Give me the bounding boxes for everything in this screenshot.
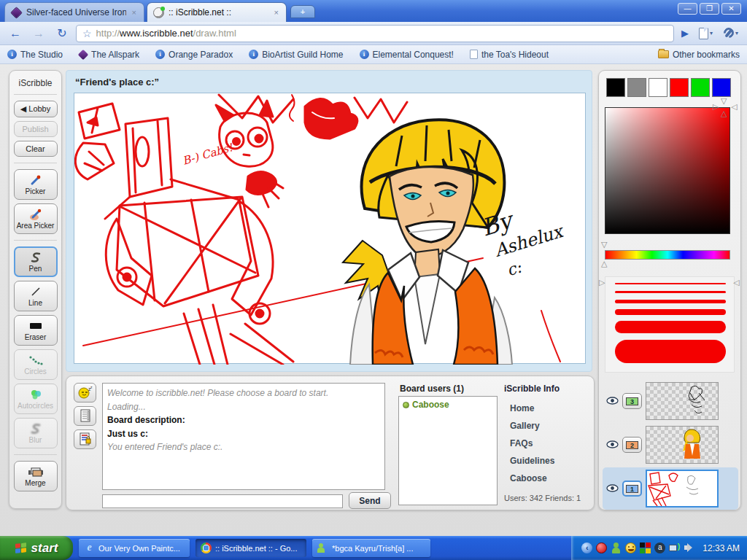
drawing-canvas[interactable]: B-) Cabs! (74, 93, 586, 364)
hue-slider[interactable] (605, 250, 730, 260)
tool-picker-button[interactable]: Picker (14, 169, 58, 200)
swatch-red[interactable] (670, 78, 689, 97)
volume-icon[interactable] (684, 542, 694, 553)
clear-button[interactable]: Clear (14, 141, 58, 157)
new-tab-button[interactable]: + (290, 5, 315, 18)
layer-select-button[interactable]: 2 (622, 437, 642, 453)
sv-marker-bottom-icon[interactable]: △ (721, 109, 727, 117)
send-button[interactable]: Send (349, 492, 391, 509)
chat-log[interactable]: Welcome to iscribble.net! Please choose … (102, 383, 385, 490)
brush-size-picker (605, 276, 735, 373)
tab-iscribble[interactable]: :: iScribble.net :: × (147, 2, 287, 22)
back-button[interactable]: ← (6, 25, 25, 42)
bookmark-item-toas-hideout[interactable]: the Toa's Hideout (470, 50, 549, 60)
layer-select-button[interactable]: 3 (622, 393, 642, 409)
game-squares-icon[interactable] (640, 542, 651, 553)
tab-silver-faced[interactable]: Silver-faced Universe Ironh... × (4, 2, 144, 22)
layer-visibility-eye-icon[interactable] (606, 397, 619, 406)
sv-marker-left-icon[interactable]: ▷ (713, 103, 719, 111)
bookmark-star-icon[interactable]: ☆ (82, 28, 92, 39)
go-button[interactable]: ▶ (678, 28, 692, 39)
info-link-gallery[interactable]: Gallery (510, 421, 540, 431)
hue-marker-bottom-icon[interactable]: △ (601, 260, 607, 268)
sv-marker-right-icon[interactable]: ◁ (731, 103, 737, 111)
swatch-gray[interactable] (627, 78, 646, 97)
lobby-button[interactable]: ◀ Lobby (14, 101, 58, 117)
tab-close-icon[interactable]: × (131, 8, 138, 17)
bookmark-item-elemental-conquest[interactable]: Elemental Conquest! (360, 50, 454, 60)
tool-label: Blur (29, 436, 42, 444)
swatch-blue[interactable] (712, 78, 731, 97)
chat-input[interactable] (102, 494, 343, 508)
board-users-header: Board users (1) (400, 384, 464, 394)
layer-visibility-eye-icon[interactable] (606, 440, 619, 450)
info-link-guidelines[interactable]: Guidelines (510, 456, 554, 466)
reload-button[interactable]: ↻ (53, 25, 71, 42)
tool-blur-button[interactable]: Blur (14, 418, 58, 448)
board-users-list[interactable]: Caboose (398, 396, 498, 505)
bookmarks-bar: The Studio The Allspark Orange Paradox B… (0, 45, 747, 64)
tool-autocircles-button[interactable]: Autocircles (14, 384, 58, 414)
tab-close-icon[interactable]: × (273, 8, 280, 17)
page-menu-button[interactable]: ▾ (696, 26, 716, 41)
info-link-faqs[interactable]: FAQs (510, 438, 533, 448)
layer-select-button[interactable]: 1 (622, 481, 642, 497)
locked-log-button[interactable] (74, 429, 96, 449)
brush-marker-left-icon[interactable]: ▷ (599, 279, 605, 287)
layer-visibility-eye-icon[interactable] (606, 484, 619, 494)
info-link-home[interactable]: Home (510, 403, 534, 413)
hide-icons-chevron-icon[interactable]: ‹ (581, 542, 592, 553)
publish-button[interactable]: Publish (14, 121, 58, 137)
tool-line-button[interactable]: Line (14, 281, 58, 311)
layer-thumbnail[interactable] (646, 382, 719, 420)
swatch-white[interactable] (649, 78, 667, 97)
wrench-menu-button[interactable]: ▾ (720, 26, 741, 40)
close-button[interactable]: ✕ (721, 3, 741, 15)
network-activity-icon[interactable] (669, 542, 680, 553)
tool-merge-button[interactable]: Merge (14, 461, 58, 491)
address-bar[interactable]: ☆ http://www.iscribble.net/draw.html (76, 25, 674, 42)
bookmark-label: Orange Paradox (169, 50, 233, 60)
info-link-caboose[interactable]: Caboose (510, 473, 547, 483)
task-button-paint[interactable]: e Our Very Own Paintc... (79, 539, 190, 557)
alarm-clock-icon[interactable] (596, 542, 607, 553)
bookmark-item-the-allspark[interactable]: The Allspark (79, 50, 139, 60)
saturation-value-picker[interactable] (605, 107, 730, 234)
layer-row-1[interactable]: 1 (603, 467, 738, 510)
brush-size-6[interactable] (615, 340, 726, 363)
restore-button[interactable]: ❐ (700, 3, 719, 15)
task-button-messenger[interactable]: *bgca Kayru/Trish[a] ... (312, 539, 430, 557)
layer-row-3[interactable]: 3 (603, 380, 738, 422)
layer-thumbnail[interactable] (646, 470, 719, 508)
hue-marker-top-icon[interactable]: ▽ (601, 241, 607, 249)
messenger-status-icon[interactable] (611, 542, 622, 553)
brush-size-1[interactable] (615, 283, 726, 284)
start-button[interactable]: start (0, 536, 73, 560)
brush-size-3[interactable] (615, 300, 726, 303)
brush-size-4[interactable] (615, 309, 726, 315)
bookmark-item-the-studio[interactable]: The Studio (7, 50, 63, 60)
bookmark-item-bioartist-guild[interactable]: BioArtist Guild Home (249, 50, 343, 60)
tool-eraser-button[interactable]: Eraser (14, 315, 58, 346)
swatch-green[interactable] (691, 78, 710, 97)
task-button-iscribble[interactable]: :: iScribble.net :: - Go... (196, 539, 306, 557)
sv-marker-top-icon[interactable]: ▽ (721, 97, 727, 105)
tool-pen-button[interactable]: Pen (14, 246, 58, 277)
layer-row-2[interactable]: 2 (603, 424, 738, 466)
aim-icon[interactable]: a (654, 542, 665, 553)
away-toggle-button[interactable]: zz (74, 383, 96, 402)
bookmark-item-orange-paradox[interactable]: Orange Paradox (155, 50, 233, 60)
user-caboose[interactable]: Caboose (403, 400, 493, 410)
chat-log-button[interactable] (74, 406, 96, 426)
tool-area-picker-button[interactable]: Area Picker (14, 203, 58, 234)
smiley-tray-icon[interactable] (625, 542, 636, 553)
brush-marker-right-icon[interactable]: ◁ (733, 279, 739, 287)
minimize-button[interactable]: — (678, 3, 697, 15)
brush-size-5[interactable] (615, 321, 726, 333)
forward-button[interactable]: → (29, 25, 48, 42)
brush-size-2[interactable] (615, 291, 726, 293)
layer-thumbnail[interactable] (646, 426, 719, 464)
tool-circles-button[interactable]: Circles (14, 349, 58, 380)
other-bookmarks-button[interactable]: Other bookmarks (658, 50, 740, 60)
swatch-black[interactable] (606, 78, 625, 97)
